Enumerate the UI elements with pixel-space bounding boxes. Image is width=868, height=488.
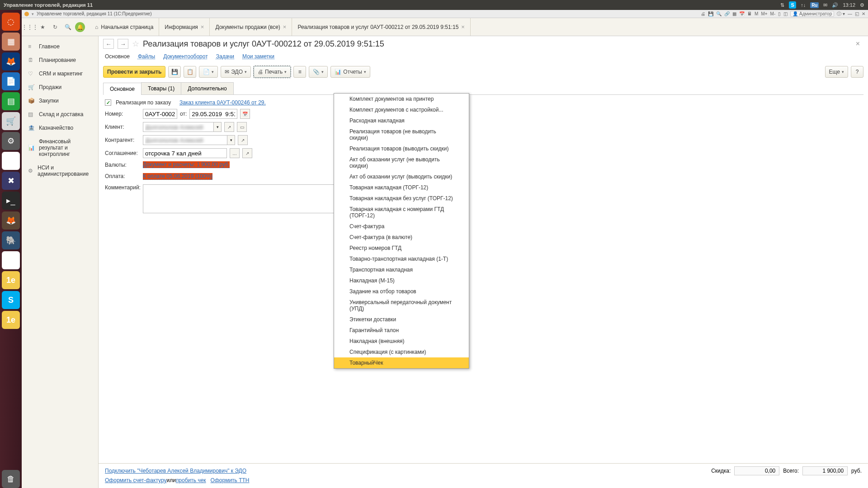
tray-skype-icon[interactable]: S <box>789 1 796 9</box>
tray-mail-icon[interactable]: ✉ <box>823 2 827 8</box>
tray-volume-icon[interactable]: 🔊 <box>832 2 838 8</box>
tray-gear-icon[interactable]: ⚙ <box>860 2 864 8</box>
os-tray: ⇅ S ↑↓ Ru ✉ 🔊 13:12 ⚙ <box>780 1 864 9</box>
os-top-bar: Управление торговлей, редакция 11 ⇅ S ↑↓… <box>0 0 868 10</box>
tray-clock[interactable]: 13:12 <box>843 2 855 8</box>
tray-updown-icon[interactable]: ↑↓ <box>801 2 806 8</box>
tray-network-icon[interactable]: ⇅ <box>780 2 784 8</box>
tray-language[interactable]: Ru <box>810 2 819 8</box>
os-window-title: Управление торговлей, редакция 11 <box>4 2 780 8</box>
